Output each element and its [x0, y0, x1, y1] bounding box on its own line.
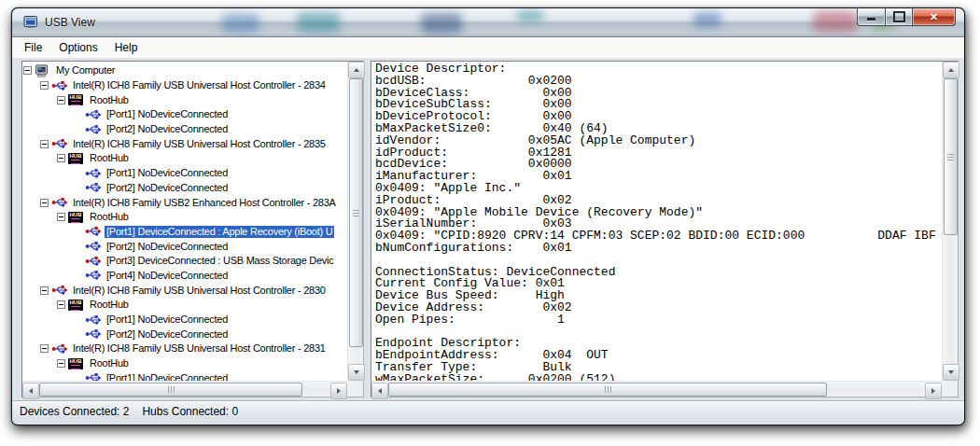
tree-item[interactable]: HUBRootHub [22, 356, 347, 371]
tree-item-label: [Port1] NoDeviceConnected [105, 314, 230, 326]
port-icon [85, 241, 102, 253]
hub-icon: HUB [68, 357, 85, 369]
collapse-icon[interactable] [57, 300, 65, 309]
details-hscroll-thumb[interactable] [388, 383, 827, 397]
glass-reflection [297, 12, 340, 33]
menu-item-options[interactable]: Options [50, 38, 105, 57]
tree-item-label: Intel(R) ICH8 Family USB2 Enhanced Host … [71, 197, 338, 209]
scroll-right-button[interactable] [925, 383, 942, 399]
computer-icon [35, 64, 51, 77]
tree-item[interactable]: Intel(R) ICH8 Family USB Universal Host … [22, 78, 347, 93]
device-tree: My ComputerIntel(R) ICH8 Family USB Univ… [22, 62, 347, 381]
window-bottom-frame [12, 422, 964, 425]
devices-connected-count: Devices Connected: 2 [20, 405, 129, 418]
close-button[interactable]: ✕ [912, 8, 956, 26]
glass-reflection [813, 11, 858, 32]
port-icon [85, 270, 102, 282]
collapse-icon[interactable] [57, 213, 65, 221]
tree-item-label: Intel(R) ICH8 Family USB Universal Host … [71, 342, 328, 355]
port-icon [85, 108, 102, 120]
hub-icon: HUB [68, 94, 85, 106]
title-bar[interactable]: USB View ✕ [12, 8, 964, 37]
tree-item[interactable]: HUBRootHub [22, 151, 347, 166]
scroll-left-button[interactable] [371, 383, 388, 399]
menu-item-file[interactable]: File [16, 38, 50, 57]
collapse-icon[interactable] [40, 81, 49, 90]
tree-item-label: RootHub [88, 299, 131, 311]
port-icon [85, 372, 102, 381]
tree-item-label: [Port2] NoDeviceConnected [105, 123, 230, 135]
menu-item-help[interactable]: Help [106, 38, 147, 57]
tree-item[interactable]: [Port2] NoDeviceConnected [22, 239, 347, 254]
tree-horizontal-scrollbar [22, 381, 347, 397]
port-icon [85, 182, 102, 194]
tree-hscroll-thumb[interactable] [39, 383, 302, 397]
minimize-button[interactable] [857, 8, 886, 26]
expander-spacer [74, 129, 85, 130]
tree-item-label: [Port1] NoDeviceConnected [105, 372, 230, 381]
tree-item-label: [Port1] NoDeviceConnected [105, 108, 230, 120]
tree-item[interactable]: [Port1] NoDeviceConnected [22, 107, 347, 122]
scroll-track[interactable] [348, 347, 363, 364]
hub-icon: HUB [68, 211, 85, 223]
tree-item[interactable]: [Port3] DeviceConnected : USB Mass Stora… [22, 254, 347, 269]
collapse-icon[interactable] [57, 154, 65, 162]
port-icon [85, 123, 102, 135]
scroll-left-icon [378, 388, 382, 394]
hub-icon: HUB [68, 152, 85, 164]
scroll-track[interactable] [827, 382, 925, 397]
tree-item[interactable]: HUBRootHub [22, 92, 347, 107]
device-icon [85, 226, 102, 238]
scroll-up-button[interactable] [348, 62, 365, 78]
tree-item[interactable]: Intel(R) ICH8 Family USB2 Enhanced Host … [22, 195, 347, 210]
tree-item-label: Intel(R) ICH8 Family USB Universal Host … [71, 138, 328, 150]
controller-icon [51, 285, 68, 297]
status-bar: Devices Connected: 2 Hubs Connected: 0 [12, 400, 964, 422]
collapse-icon[interactable] [40, 344, 49, 353]
tree-item[interactable]: Intel(R) ICH8 Family USB Universal Host … [22, 283, 347, 298]
tree-item[interactable]: [Port2] NoDeviceConnected [22, 181, 347, 196]
scroll-left-button[interactable] [22, 383, 39, 399]
tree-item[interactable]: My Computer [22, 63, 347, 78]
expander-spacer [74, 275, 85, 276]
collapse-icon[interactable] [40, 140, 49, 148]
scroll-down-button[interactable] [943, 364, 959, 381]
glass-reflection [421, 13, 462, 34]
collapse-icon[interactable] [57, 359, 65, 368]
maximize-icon [893, 11, 905, 22]
tree-item-label: [Port2] NoDeviceConnected [105, 182, 230, 194]
tree-item[interactable]: [Port2] NoDeviceConnected [22, 122, 347, 137]
tree-item[interactable]: [Port1] NoDeviceConnected [22, 370, 347, 381]
tree-item-label: Intel(R) ICH8 Family USB Universal Host … [71, 79, 328, 91]
tree-item[interactable]: [Port1] NoDeviceConnected [22, 313, 347, 328]
expander-spacer [74, 173, 85, 174]
tree-item[interactable]: [Port2] NoDeviceConnected [22, 327, 347, 341]
details-vscroll-thumb[interactable] [944, 78, 958, 235]
tree-item[interactable]: [Port4] NoDeviceConnected [22, 269, 347, 284]
collapse-icon[interactable] [40, 286, 49, 295]
tree-item[interactable]: Intel(R) ICH8 Family USB Universal Host … [22, 136, 347, 151]
tree-item[interactable]: [Port1] DeviceConnected : Apple Recovery… [22, 225, 347, 240]
expander-spacer [74, 246, 85, 247]
scroll-track[interactable] [943, 235, 958, 364]
collapse-icon[interactable] [40, 199, 49, 207]
collapse-icon[interactable] [23, 66, 32, 75]
collapse-icon[interactable] [57, 96, 65, 105]
scroll-down-button[interactable] [348, 364, 365, 381]
main-split: My ComputerIntel(R) ICH8 Family USB Univ… [12, 59, 964, 399]
tree-item-label: [Port4] NoDeviceConnected [105, 270, 230, 282]
tree-item[interactable]: [Port1] NoDeviceConnected [22, 166, 347, 181]
tree-vscroll-thumb[interactable] [349, 78, 363, 347]
tree-item[interactable]: HUBRootHub [22, 210, 347, 225]
glass-reflection [222, 14, 259, 33]
scroll-right-icon [337, 388, 341, 394]
scroll-track[interactable] [302, 382, 330, 397]
scroll-up-button[interactable] [943, 62, 959, 78]
tree-item[interactable]: Intel(R) ICH8 Family USB Universal Host … [22, 341, 347, 356]
scroll-right-button[interactable] [330, 383, 347, 399]
tree-item[interactable]: HUBRootHub [22, 298, 347, 313]
scroll-left-icon [29, 388, 33, 394]
maximize-button[interactable] [886, 8, 912, 26]
tree-item-label: [Port2] NoDeviceConnected [105, 241, 230, 253]
port-icon [85, 328, 102, 341]
